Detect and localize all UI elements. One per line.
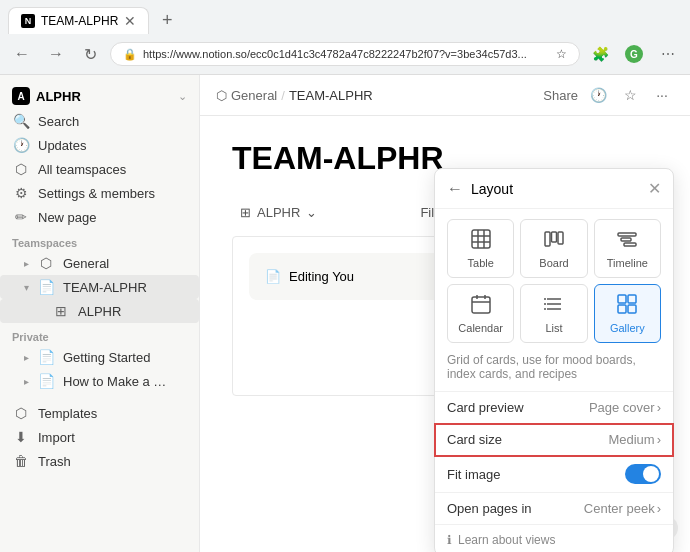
sidebar-item-alphr[interactable]: ⊞ ALPHR [0, 299, 199, 323]
history-button[interactable]: 🕐 [586, 83, 610, 107]
fit-image-row[interactable]: Fit image [435, 456, 673, 493]
refresh-button[interactable]: ↻ [76, 40, 104, 68]
svg-rect-13 [472, 297, 490, 313]
card-size-value: Medium › [608, 432, 661, 447]
card-preview-row[interactable]: Card preview Page cover › [435, 392, 673, 424]
card-size-row[interactable]: Card size Medium › [435, 424, 673, 456]
import-icon: ⬇ [12, 429, 30, 445]
workspace-chevron-icon: ⌄ [178, 90, 187, 103]
timeline-layout-icon [616, 228, 638, 253]
getting-started-icon: 📄 [37, 349, 55, 365]
open-pages-chevron-icon: › [657, 501, 661, 516]
card-preview-value: Page cover › [589, 400, 661, 415]
card-size-label: Card size [447, 432, 502, 447]
tab-bar: N TEAM-ALPHR ✕ + [0, 0, 690, 34]
share-button[interactable]: Share [543, 88, 578, 103]
new-page-icon: ✏ [12, 209, 30, 225]
db-view-name: ALPHR [257, 205, 300, 220]
sidebar-item-all-teamspaces[interactable]: ⬡ All teamspaces [0, 157, 199, 181]
sidebar-item-search[interactable]: 🔍 Search [0, 109, 199, 133]
sidebar-item-new-page[interactable]: ✏ New page [0, 205, 199, 229]
workspace-header[interactable]: A ALPHR ⌄ [0, 83, 199, 109]
sidebar-import-label: Import [38, 430, 75, 445]
toggle-knob [643, 466, 659, 482]
sidebar-progress-label: How to Make a Progress ... [63, 374, 173, 389]
sidebar-alphr-label: ALPHR [78, 304, 121, 319]
sidebar-templates-label: Templates [38, 406, 97, 421]
sidebar-item-trash[interactable]: 🗑 Trash [0, 449, 199, 473]
layout-option-list[interactable]: List [520, 284, 587, 343]
svg-rect-23 [618, 295, 626, 303]
sidebar: A ALPHR ⌄ 🔍 Search 🕐 Updates ⬡ All teams… [0, 75, 200, 552]
general-expand-icon: ▸ [24, 258, 29, 269]
svg-rect-24 [628, 295, 636, 303]
browser-more-button[interactable]: ⋯ [654, 40, 682, 68]
layout-option-calendar[interactable]: Calendar [447, 284, 514, 343]
layout-option-gallery[interactable]: Gallery [594, 284, 661, 343]
progress-icon: 📄 [37, 373, 55, 389]
new-tab-button[interactable]: + [153, 6, 181, 34]
favorite-button[interactable]: ☆ [618, 83, 642, 107]
svg-point-22 [544, 308, 546, 310]
svg-rect-2 [472, 230, 490, 248]
breadcrumb-separator: / [281, 88, 285, 103]
sidebar-team-alphr-label: TEAM-ALPHR [63, 280, 147, 295]
extensions-button[interactable]: 🧩 [586, 40, 614, 68]
db-view-icon: ⊞ [240, 205, 251, 220]
breadcrumb: ⬡ General / TEAM-ALPHR [216, 88, 537, 103]
forward-button[interactable]: → [42, 40, 70, 68]
card-preview-chevron-icon: › [657, 400, 661, 415]
panel-back-button[interactable]: ← [447, 180, 463, 198]
trash-icon: 🗑 [12, 453, 30, 469]
sidebar-item-general[interactable]: ▸ ⬡ General [0, 251, 199, 275]
back-button[interactable]: ← [8, 40, 36, 68]
team-alphr-expand-icon: ▾ [24, 282, 29, 293]
app: A ALPHR ⌄ 🔍 Search 🕐 Updates ⬡ All teams… [0, 75, 690, 552]
sidebar-updates-label: Updates [38, 138, 86, 153]
breadcrumb-icon: ⬡ [216, 88, 227, 103]
card-item-text: Editing You [289, 269, 354, 284]
sidebar-item-getting-started[interactable]: ▸ 📄 Getting Started [0, 345, 199, 369]
sidebar-item-updates[interactable]: 🕐 Updates [0, 133, 199, 157]
templates-icon: ⬡ [12, 405, 30, 421]
panel-close-button[interactable]: ✕ [648, 179, 661, 198]
svg-rect-25 [618, 305, 626, 313]
workspace-favicon: A [12, 87, 30, 105]
more-options-button[interactable]: ··· [650, 83, 674, 107]
list-layout-icon [543, 293, 565, 318]
sidebar-trash-label: Trash [38, 454, 71, 469]
layout-option-board[interactable]: Board [520, 219, 587, 278]
private-section-label: Private [0, 323, 199, 345]
db-view-selector[interactable]: ⊞ ALPHR ⌄ [232, 201, 325, 224]
learn-about-views-link[interactable]: ℹ Learn about views [435, 525, 673, 552]
url-input[interactable]: 🔒 https://www.notion.so/ecc0c1d41c3c4782… [110, 42, 580, 66]
topbar-actions: Share 🕐 ☆ ··· [543, 83, 674, 107]
layout-option-table[interactable]: Table [447, 219, 514, 278]
breadcrumb-parent[interactable]: General [231, 88, 277, 103]
sidebar-item-templates[interactable]: ⬡ Templates [0, 401, 199, 425]
profile-button[interactable]: G [620, 40, 648, 68]
learn-label: Learn about views [458, 533, 555, 547]
svg-point-20 [544, 298, 546, 300]
url-star-icon: ☆ [556, 47, 567, 61]
sidebar-new-page-label: New page [38, 210, 97, 225]
open-pages-row[interactable]: Open pages in Center peek › [435, 493, 673, 525]
tab-close-button[interactable]: ✕ [124, 14, 136, 28]
active-tab[interactable]: N TEAM-ALPHR ✕ [8, 7, 149, 34]
board-option-label: Board [539, 257, 568, 269]
timeline-option-label: Timeline [607, 257, 648, 269]
browser-chrome: N TEAM-ALPHR ✕ + ← → ↻ 🔒 https://www.not… [0, 0, 690, 75]
db-view-chevron-icon: ⌄ [306, 205, 317, 220]
sidebar-item-import[interactable]: ⬇ Import [0, 425, 199, 449]
sidebar-item-team-alphr[interactable]: ▾ 📄 TEAM-ALPHR [0, 275, 199, 299]
content-area: TEAM-ALPHR ⊞ ALPHR ⌄ Filter Sort 🔍 ··· [200, 116, 690, 552]
address-bar: ← → ↻ 🔒 https://www.notion.so/ecc0c1d41c… [0, 34, 690, 74]
fit-image-toggle[interactable] [625, 464, 661, 484]
sidebar-getting-started-label: Getting Started [63, 350, 150, 365]
layout-option-timeline[interactable]: Timeline [594, 219, 661, 278]
workspace-name: ALPHR [36, 89, 81, 104]
sidebar-item-settings[interactable]: ⚙ Settings & members [0, 181, 199, 205]
sidebar-item-progress[interactable]: ▸ 📄 How to Make a Progress ... [0, 369, 199, 393]
main-content: ⬡ General / TEAM-ALPHR Share 🕐 ☆ ··· TEA… [200, 75, 690, 552]
sidebar-bottom: ⬡ Templates ⬇ Import 🗑 Trash [0, 401, 199, 473]
